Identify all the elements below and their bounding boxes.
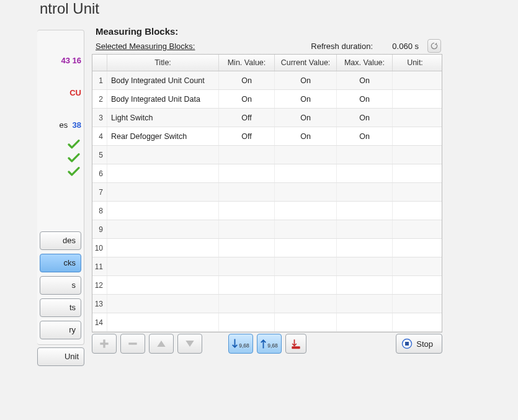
minus-icon — [127, 337, 139, 350]
cell-title — [107, 220, 219, 238]
cell-min — [219, 146, 275, 164]
cell-cur: On — [275, 90, 337, 108]
left-info-line — [40, 69, 81, 85]
col-min: Min. Value: — [219, 55, 275, 71]
cell-idx: 11 — [92, 257, 107, 275]
cell-title: Light Switch — [107, 109, 219, 127]
arrow-up-value-icon: 9,68 — [257, 334, 281, 354]
cell-cur — [275, 257, 337, 275]
table-row[interactable]: 1Body Integrated Unit CountOnOnOn — [92, 71, 442, 90]
cell-max: On — [337, 90, 393, 108]
cell-idx: 10 — [92, 239, 107, 257]
cell-cur — [275, 164, 337, 182]
left-value-3-label: es — [60, 120, 68, 130]
col-cur: Current Value: — [275, 55, 337, 71]
cell-unit — [393, 257, 437, 275]
table-row[interactable]: 11 — [92, 257, 442, 276]
cell-cur: On — [275, 71, 337, 89]
table-row[interactable]: 6 — [92, 164, 442, 183]
left-value-3-number: 38 — [73, 120, 81, 130]
move-up-button[interactable] — [149, 334, 174, 354]
svg-rect-5 — [292, 346, 300, 349]
cell-cur — [275, 202, 337, 220]
cell-unit — [393, 109, 437, 127]
col-unit: Unit: — [393, 55, 437, 71]
left-nav-button-3[interactable]: s — [40, 276, 81, 295]
cell-unit — [393, 164, 437, 182]
left-side-panel: 43 16 CU es 38 des cks s ts ry — [37, 30, 84, 345]
left-nav-button-4[interactable]: ts — [40, 298, 81, 317]
table-row[interactable]: 2Body Integrated Unit DataOnOnOn — [92, 90, 442, 109]
svg-rect-2 — [128, 342, 136, 344]
remove-button[interactable] — [120, 334, 145, 354]
table-row[interactable]: 7 — [92, 183, 442, 202]
triangle-down-icon — [184, 337, 196, 350]
save-disk-icon — [290, 337, 302, 350]
cell-max — [337, 183, 393, 201]
add-button[interactable] — [92, 334, 117, 354]
svg-text:9,68: 9,68 — [239, 342, 249, 349]
cell-min: On — [219, 90, 275, 108]
stop-button[interactable]: Stop — [396, 334, 442, 354]
cell-cur: On — [275, 109, 337, 127]
measuring-blocks-table: Title: Min. Value: Current Value: Max. V… — [92, 54, 442, 333]
cell-unit — [393, 90, 437, 108]
page-title: ntrol Unit — [37, 0, 102, 17]
cell-max — [337, 220, 393, 238]
cell-min — [219, 257, 275, 275]
cell-cur — [275, 313, 337, 331]
cell-min — [219, 202, 275, 220]
cell-idx: 5 — [92, 146, 107, 164]
cell-min — [219, 183, 275, 201]
refresh-button[interactable] — [427, 39, 441, 53]
main-heading: Measuring Blocks: — [96, 26, 442, 37]
table-row[interactable]: 13 — [92, 295, 442, 313]
left-nav-button-5[interactable]: ry — [40, 321, 81, 339]
log-save-button[interactable] — [285, 334, 306, 354]
min-calibrate-button[interactable]: 9,68 — [228, 334, 253, 354]
cell-min — [219, 220, 275, 238]
col-max: Max. Value: — [337, 55, 393, 71]
max-calibrate-button[interactable]: 9,68 — [257, 334, 282, 354]
cell-unit — [393, 146, 437, 164]
main-panel: Measuring Blocks: Selected Measuring Blo… — [92, 26, 442, 333]
cell-idx: 4 — [92, 127, 107, 145]
cell-min: Off — [219, 127, 275, 145]
cell-idx: 12 — [92, 276, 107, 294]
cell-min: On — [219, 71, 275, 89]
cell-cur — [275, 146, 337, 164]
cell-cur — [275, 276, 337, 294]
left-nav-button-2[interactable]: cks — [40, 254, 81, 272]
cell-title — [107, 276, 219, 294]
move-down-button[interactable] — [177, 334, 202, 354]
table-row[interactable]: 3Light SwitchOffOnOn — [92, 109, 442, 127]
table-row[interactable]: 9 — [92, 220, 442, 239]
cell-title — [107, 257, 219, 275]
cell-min — [219, 295, 275, 313]
cell-max: On — [337, 109, 393, 127]
cell-title — [107, 295, 219, 313]
left-info-line — [40, 37, 81, 53]
cell-unit — [393, 127, 437, 145]
left-info-line — [40, 101, 81, 117]
table-row[interactable]: 12 — [92, 276, 442, 295]
cell-title: Rear Defogger Switch — [107, 127, 219, 145]
left-nav-button-1[interactable]: des — [40, 231, 81, 250]
cell-max — [337, 276, 393, 294]
cell-unit — [393, 295, 437, 313]
stop-button-label: Stop — [416, 339, 433, 349]
table-row[interactable]: 5 — [92, 146, 442, 164]
plus-icon — [98, 337, 110, 350]
cell-cur — [275, 220, 337, 238]
left-nav-button-foot[interactable]: Unit — [37, 347, 84, 366]
svg-rect-7 — [405, 342, 409, 346]
arrow-down-value-icon: 9,68 — [229, 334, 252, 354]
table-header: Title: Min. Value: Current Value: Max. V… — [92, 55, 442, 71]
cell-idx: 9 — [92, 220, 107, 238]
table-row[interactable]: 10 — [92, 239, 442, 257]
table-row[interactable]: 14 — [92, 313, 442, 332]
refresh-duration-label: Refresh duration: — [311, 42, 373, 51]
cell-min — [219, 239, 275, 257]
table-row[interactable]: 8 — [92, 202, 442, 220]
table-row[interactable]: 4Rear Defogger SwitchOffOnOn — [92, 127, 442, 146]
